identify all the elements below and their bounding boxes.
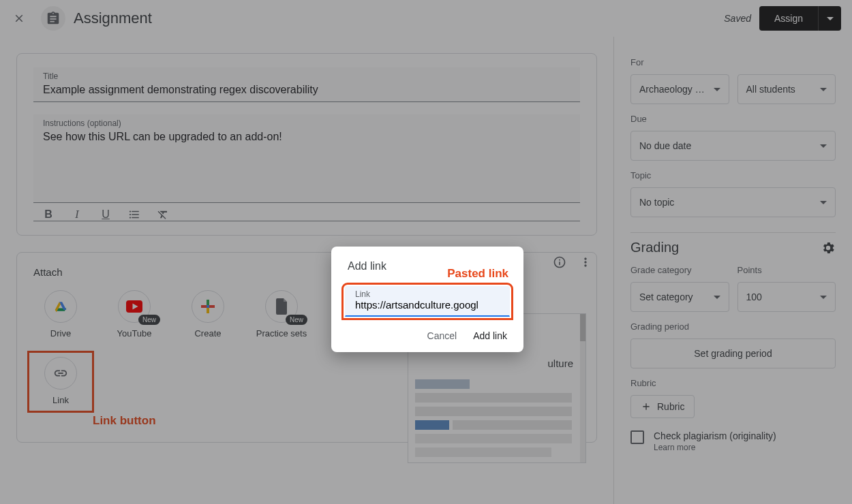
add-link-button[interactable]: Add link (473, 330, 507, 341)
link-input[interactable] (355, 299, 500, 311)
annotation-pasted-link: Pasted link (447, 267, 508, 281)
link-input-wrapper: Link (345, 286, 510, 317)
add-link-dialog: Add link Pasted link Link Cancel Add lin… (331, 247, 523, 352)
cancel-button[interactable]: Cancel (427, 330, 457, 341)
link-field-label: Link (355, 289, 500, 299)
